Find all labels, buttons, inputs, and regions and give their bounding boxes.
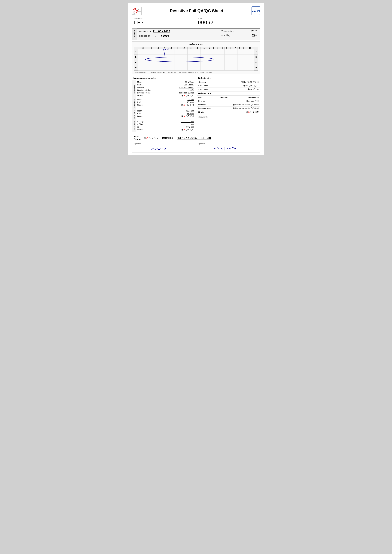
datetime-label: Date/Time xyxy=(160,135,175,140)
strip-pitch-grade-row: Grade: A B C xyxy=(137,115,194,117)
tg-b-label: B xyxy=(152,137,153,139)
resistivity-grade-row: Grade: A B C xyxy=(137,94,194,97)
ds3-no-label: No xyxy=(250,88,252,90)
strip-width-rms-label: RMS: xyxy=(137,101,142,104)
resistivity-rms-value: 016 MΩ/sq. xyxy=(184,84,194,86)
tg-b: B xyxy=(149,137,153,139)
defect-strip-cut-row: Strip cut How many?: 0 xyxy=(197,99,260,103)
dimension-subsection: Dimension φ Long: _________ mm φ Short: … xyxy=(132,120,195,132)
sp-grade-b-label: B xyxy=(188,115,189,117)
defect-grade-group: A B C xyxy=(246,111,259,113)
defect-dust-label: Dust xyxy=(198,96,202,98)
defect-size-row1-label: <5×5mm² xyxy=(198,81,206,83)
ink-squeeze-radios: No or Acceptable Critical xyxy=(233,107,259,110)
resistivity-grade-c: C xyxy=(190,94,194,97)
resistivity-rms-row: RMS: 016 MΩ/sq. xyxy=(137,84,194,86)
ib-critical-label: Critical xyxy=(253,104,259,106)
sw-grade-c-label: C xyxy=(192,104,194,106)
dim-grade-b-label: B xyxy=(188,129,189,131)
strip-width-subsection: Strip Width Mean: 321 um RMS: 16.3 um Gr… xyxy=(132,98,195,109)
resistivity-hv-row: HV connection: Normal Bad xyxy=(137,92,194,94)
ds1-no: No xyxy=(241,81,246,83)
foil-id-label: Foil ID xyxy=(198,17,258,19)
strip-width-mean-row: Mean: 321 um xyxy=(137,98,194,101)
defect-strip-cut-label: Strip cut xyxy=(198,100,205,102)
strip-width-content: Mean: 321 um RMS: 16.3 um Grade: A xyxy=(136,98,195,109)
resistivity-subsection: Resistivity Mean: 1.13 MΩ/sq. RMS: 016 M… xyxy=(132,80,195,98)
humidity-unit: % xyxy=(255,34,257,37)
defect-size-row2-radios: No <1 >1 xyxy=(243,85,259,87)
strip-pitch-subsection: Strip Pitch Mean: 450.5 um RMS: 13.5 um … xyxy=(132,109,195,120)
sig1-label: Signature xyxy=(134,143,195,145)
sig-cell-1: Signature xyxy=(132,142,196,152)
dimension-content: φ Long: _________ mm φ Short: _________ … xyxy=(136,120,195,132)
dim-grade-c: C xyxy=(190,129,194,131)
defect-dust-removed: Removed: 0 xyxy=(220,96,230,98)
dim-grade-a-radio xyxy=(181,129,183,131)
delivery-section: Delivery Received on 21 / 05 / 2016 Ship… xyxy=(132,28,260,40)
strip-width-rms-row: RMS: 16.3 um xyxy=(137,101,194,104)
sw-grade-b-label: B xyxy=(188,104,189,106)
strip-width-mean-value: 321 um xyxy=(187,98,194,101)
kobe-logo: KOBE UNIVERSITY of Science 東 京大学 xyxy=(132,7,141,15)
dim-grade-a-label: A xyxy=(183,129,185,131)
sw-grade-a: A xyxy=(181,104,185,106)
dim-phi-long-value: _________ mm xyxy=(181,120,194,123)
dg-b: B xyxy=(251,111,254,113)
resistivity-rms-label: RMS: xyxy=(137,84,142,86)
map-row-b: B xyxy=(134,54,258,60)
is-critical: Critical xyxy=(251,107,259,110)
ds2-gt1-label: >1 xyxy=(256,85,259,87)
dim-phi-short-row: φ Short: _________ mm xyxy=(137,123,194,125)
defects-col: Defects size <5×5mm² No <10 >10 xyxy=(197,76,260,132)
sw-grade-b-radio xyxy=(186,104,188,106)
tg-c-radio xyxy=(154,137,156,139)
ds3-yes-label: Yes xyxy=(255,88,259,90)
time-value: 11 : 30 xyxy=(201,136,211,140)
ib-critical-radio xyxy=(251,104,252,106)
ds2-gt1-radio xyxy=(254,85,256,87)
ib-no: No or Acceptable xyxy=(233,104,250,106)
resistivity-grade-b-label: B xyxy=(188,94,189,97)
shipped-row: Shipped on __ / __ / 2016 xyxy=(139,34,216,37)
dim-grade-c-label: C xyxy=(192,129,194,131)
defect-dust-remained: Remained: 0 xyxy=(248,96,259,98)
hv-bad-option: Bad xyxy=(188,92,194,94)
map-row-a: A xyxy=(134,49,258,54)
svg-text:東: 東 xyxy=(138,9,139,10)
is-critical-radio xyxy=(251,107,252,109)
sp-grade-c-radio xyxy=(190,115,192,117)
page: KOBE UNIVERSITY of Science 東 京大学 Resisti… xyxy=(128,3,264,155)
sw-grade-c: C xyxy=(190,104,194,106)
tg-a-radio xyxy=(144,137,146,139)
defects-type-header: Defects type xyxy=(197,91,260,96)
map-legend: Dust (removed): [○] Dust (remained): [●]… xyxy=(134,71,258,73)
dim-phi-short-label: φ Short: xyxy=(137,123,144,125)
received-date: 21 / 05 / 2016 xyxy=(153,30,170,33)
resistivity-grade-label: Grade: xyxy=(137,94,143,97)
strip-pitch-label: Strip Pitch xyxy=(132,109,136,120)
hv-normal-option: Normal xyxy=(179,92,187,94)
map-grid-container: -10 -9 -8 -7 -6 -5 -4 -3 -2 -1 1 2 3 4 xyxy=(134,47,258,71)
received-label: Received on xyxy=(139,30,152,33)
hv-radio-group: Normal Bad xyxy=(179,92,194,94)
shipped-label: Shipped on xyxy=(139,35,150,37)
strip-pitch-grade-group: A B C xyxy=(181,115,194,117)
strip-pitch-mean-value: 450.5 um xyxy=(186,110,194,112)
defect-size-row3-radios: No Yes xyxy=(248,88,259,90)
defect-size-row1: <5×5mm² No <10 >10 xyxy=(197,80,260,84)
ds3-yes-radio xyxy=(253,89,255,90)
resistivity-hv-label: HV connection: xyxy=(137,92,150,94)
ink-bleed-radios: No or Acceptable Critical xyxy=(233,104,259,106)
strip-width-grade-label: Grade: xyxy=(137,104,143,106)
temperature-value: 23 xyxy=(251,30,254,33)
sp-grade-a-radio xyxy=(181,115,183,117)
map-grid-table: -10 -9 -8 -7 -6 -5 -4 -3 -2 -1 1 2 3 4 xyxy=(134,47,258,71)
resistivity-grade-c-label: C xyxy=(192,94,194,97)
measurement-col: Measurement results Resistivity Mean: 1.… xyxy=(132,76,195,132)
dg-a-radio xyxy=(246,111,248,113)
resistivity-maxmin-label: Max/Min: xyxy=(137,86,145,89)
strip-pitch-content: Mean: 450.5 um RMS: 13.5 um Grade: A xyxy=(136,109,195,120)
defect-ink-squeeze-row: Ink squeezeout No or Acceptable Critical xyxy=(197,107,260,110)
defect-size-row2: <10×10mm² No <1 >1 xyxy=(197,84,260,88)
